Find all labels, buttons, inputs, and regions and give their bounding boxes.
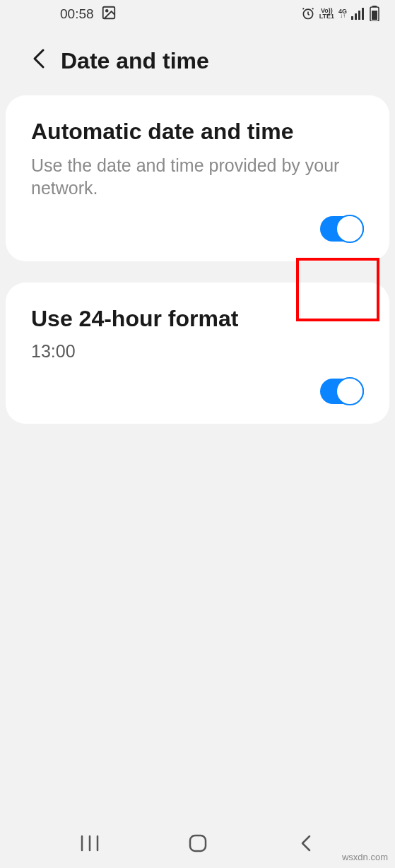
- hour24-title: Use 24-hour format: [31, 305, 364, 333]
- gallery-icon: [101, 5, 117, 24]
- alarm-icon: [301, 6, 315, 23]
- back-icon[interactable]: [33, 48, 45, 74]
- svg-rect-6: [362, 8, 364, 20]
- auto-date-title: Automatic date and time: [31, 118, 364, 145]
- svg-rect-5: [358, 11, 360, 20]
- battery-icon: [370, 6, 379, 23]
- svg-rect-13: [190, 836, 206, 851]
- card-24-hour: Use 24-hour format 13:00: [6, 283, 389, 424]
- network-type-icon: 4G ↓↑: [338, 9, 347, 19]
- watermark: wsxdn.com: [342, 852, 388, 862]
- status-time: 00:58: [60, 6, 94, 22]
- nav-home-icon[interactable]: [184, 829, 212, 857]
- svg-point-1: [105, 9, 107, 11]
- hour24-toggle[interactable]: [320, 379, 364, 404]
- page-title: Date and time: [61, 48, 209, 74]
- auto-date-desc: Use the date and time provided by your n…: [31, 154, 364, 199]
- status-right: Vo)) LTE1 4G ↓↑: [301, 6, 379, 23]
- svg-rect-9: [372, 11, 377, 20]
- nav-recents-icon[interactable]: [76, 829, 104, 857]
- header: Date and time: [0, 28, 395, 95]
- card-auto-date-time: Automatic date and time Use the date and…: [6, 95, 389, 261]
- svg-rect-4: [355, 13, 357, 20]
- svg-rect-3: [351, 16, 353, 20]
- nav-back-icon[interactable]: [292, 829, 320, 857]
- hour24-toggle-row: [31, 379, 364, 404]
- volte-icon: Vo)) LTE1: [319, 8, 334, 19]
- status-bar: 00:58 Vo)) LTE1 4G ↓↑: [0, 0, 395, 28]
- signal-icon: [351, 7, 365, 22]
- auto-date-toggle-row: [31, 216, 364, 242]
- hour24-example: 13:00: [31, 341, 364, 362]
- nav-bar: [0, 819, 395, 868]
- status-left: 00:58: [60, 5, 117, 24]
- auto-date-toggle[interactable]: [320, 216, 364, 242]
